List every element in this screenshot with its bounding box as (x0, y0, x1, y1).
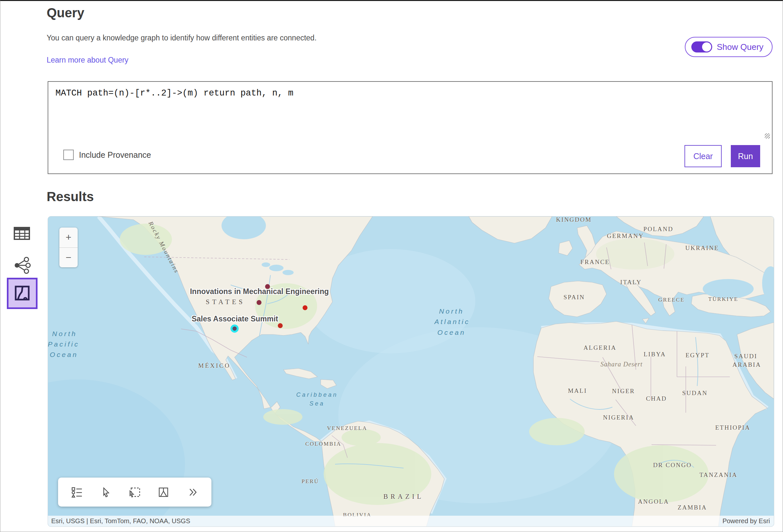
map-place-label: DR CONGO (653, 462, 692, 469)
select-by-rectangle-icon[interactable] (126, 484, 143, 501)
map-zoom-control: + − (59, 228, 77, 267)
page-title: Query (46, 5, 85, 20)
map-place-label: ALGERIA (584, 344, 617, 352)
link-chart-icon (13, 257, 31, 275)
results-map[interactable]: Innovations in Mechanical EngineeringSal… (48, 216, 774, 527)
results-title: Results (46, 189, 94, 204)
map-place-label: Rocky Mountains (147, 220, 181, 275)
pointer-icon[interactable] (98, 484, 115, 501)
map-marker[interactable] (303, 305, 308, 310)
map-place-label: LIBYA (644, 351, 666, 358)
map-place-label: EGYPT (685, 352, 710, 359)
map-place-label: CHAD (646, 395, 667, 402)
legend-icon[interactable] (68, 484, 86, 501)
map-place-label: SPAIN (563, 294, 585, 301)
include-provenance-label: Include Provenance (79, 150, 151, 160)
map-place-label: TANZANIA (699, 471, 738, 478)
map-place-label: STATES (206, 298, 245, 306)
map-place-label: MALI (568, 387, 587, 394)
map-place-label: COLOMBIA (305, 441, 342, 447)
map-place-label: Sahara Desert (600, 361, 643, 368)
show-query-toggle[interactable]: Show Query (685, 37, 773, 57)
map-place-label: GERMANY (607, 232, 644, 240)
query-editor: MATCH path=(n)-[r*..2]->(m) return path,… (48, 81, 773, 174)
map-view-button[interactable] (7, 278, 37, 309)
map-place-label: Caribbean (296, 392, 338, 398)
map-place-label: North (439, 307, 464, 315)
map-marker-label: Innovations in Mechanical Engineering (190, 287, 329, 296)
select-by-polygon-icon[interactable] (155, 484, 172, 501)
map-marker[interactable] (265, 284, 270, 289)
query-input[interactable]: MATCH path=(n)-[r*..2]->(m) return path,… (52, 85, 771, 141)
map-place-label: NIGER (612, 388, 635, 395)
expand-icon[interactable] (184, 484, 201, 501)
map-place-label: Sea (309, 400, 324, 407)
map-place-label: MÉXICO (198, 362, 231, 369)
learn-more-link[interactable]: Learn more about Query (46, 56, 129, 65)
map-place-label: Atlantic (435, 318, 470, 326)
zoom-out-button[interactable]: − (59, 248, 77, 268)
map-place-label: BRAZIL (383, 493, 424, 501)
map-place-label: NIGERIA (603, 414, 634, 421)
map-place-label: ZAMBIA (678, 504, 707, 511)
show-query-label: Show Query (717, 42, 763, 52)
map-place-label: FRANCE (581, 259, 610, 266)
map-place-label: POLAND (644, 226, 674, 233)
map-place-label: Pacific (48, 340, 80, 348)
toggle-switch-icon[interactable] (691, 41, 712, 53)
page-description: You can query a knowledge graph to ident… (46, 34, 316, 42)
map-place-label: UKRAINE (685, 244, 719, 252)
map-place-label: Ocean (438, 329, 466, 336)
map-place-label: Ocean (50, 351, 78, 359)
attribution-sources: Esri, USGS | Esri, TomTom, FAO, NOAA, US… (48, 517, 190, 525)
map-icon (15, 286, 30, 302)
map-place-label: ARABIA (732, 361, 761, 368)
table-icon (13, 225, 30, 243)
map-marker[interactable] (257, 300, 262, 305)
query-page: Query You can query a knowledge graph to… (0, 0, 783, 532)
map-place-label: PERÚ (302, 478, 319, 485)
map-marker-selected[interactable] (232, 327, 237, 331)
map-marker[interactable] (278, 323, 283, 328)
map-place-label: SAUDI (734, 353, 757, 360)
resize-handle-icon[interactable] (765, 133, 770, 138)
table-view-button[interactable] (12, 224, 32, 243)
zoom-in-button[interactable]: + (59, 228, 77, 247)
map-place-label: KINGDOM (556, 216, 592, 223)
map-toolbar (58, 477, 211, 506)
map-marker-label: Sales Associate Summit (191, 314, 278, 323)
map-place-label: ITALY (620, 279, 642, 286)
clear-button[interactable]: Clear (685, 145, 722, 167)
map-place-label: GREECE (658, 297, 685, 303)
run-button[interactable]: Run (731, 145, 760, 167)
map-place-label: ANGOLA (638, 498, 669, 505)
map-place-label: SUDAN (682, 390, 708, 397)
include-provenance-checkbox[interactable] (63, 149, 74, 160)
map-place-label: TÜRKIYE (708, 296, 738, 302)
map-place-label: VENEZUELA (327, 425, 367, 432)
link-chart-view-button[interactable] (12, 256, 32, 275)
map-place-label: ETHIOPIA (715, 424, 750, 431)
map-place-label: North (52, 330, 77, 338)
map-attribution: Esri, USGS | Esri, TomTom, FAO, NOAA, US… (48, 516, 774, 527)
attribution-esri: Powered by Esri (722, 517, 770, 525)
